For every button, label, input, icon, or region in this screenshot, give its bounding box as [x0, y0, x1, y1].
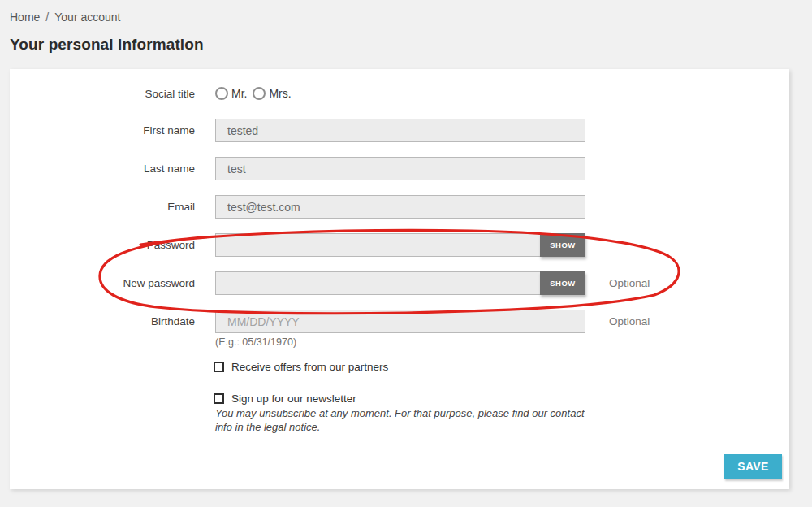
new-password-show-button[interactable]: SHOW	[540, 271, 585, 295]
personal-info-form: Social title Mr. Mrs. First name Last na…	[10, 87, 789, 479]
partner-offers-row[interactable]: Receive offers from our partners	[214, 361, 789, 373]
first-name-label: First name	[10, 124, 195, 136]
birthdate-label: Birthdate	[10, 315, 195, 327]
new-password-optional-label: Optional	[609, 277, 650, 289]
social-title-label: Social title	[10, 88, 195, 100]
partner-offers-label: Receive offers from our partners	[231, 361, 388, 373]
newsletter-label: Sign up for our newsletter	[231, 392, 356, 405]
last-name-label: Last name	[10, 162, 195, 175]
first-name-row: First name	[10, 119, 789, 142]
last-name-input[interactable]	[215, 157, 585, 180]
radio-mrs-label: Mrs.	[269, 87, 291, 100]
personal-info-card: Social title Mr. Mrs. First name Last na…	[10, 69, 789, 489]
account-page: Home/Your account Your personal informat…	[0, 0, 812, 489]
breadcrumb-current[interactable]: Your account	[54, 11, 120, 24]
save-row: SAVE	[10, 454, 789, 479]
password-row: Password SHOW	[10, 233, 789, 257]
new-password-row: New password SHOW Optional	[10, 271, 789, 295]
first-name-input[interactable]	[215, 119, 585, 142]
birthdate-optional-label: Optional	[609, 315, 650, 327]
radio-mr[interactable]	[215, 87, 228, 100]
password-label: Password	[10, 239, 195, 251]
radio-mrs[interactable]	[253, 87, 266, 100]
new-password-input[interactable]	[215, 271, 585, 295]
newsletter-checkbox[interactable]	[214, 393, 224, 404]
birthdate-input[interactable]	[215, 310, 585, 333]
email-row: Email	[10, 195, 789, 219]
last-name-row: Last name	[10, 157, 789, 180]
breadcrumb-home-link[interactable]: Home	[10, 11, 40, 24]
birthdate-row: Birthdate Optional	[10, 310, 789, 333]
page-title: Your personal information	[10, 36, 802, 54]
password-show-button[interactable]: SHOW	[540, 233, 585, 257]
email-label: Email	[10, 201, 195, 213]
email-input[interactable]	[215, 195, 585, 219]
newsletter-row[interactable]: Sign up for our newsletter	[214, 392, 789, 405]
new-password-label: New password	[10, 277, 195, 289]
social-title-row: Social title Mr. Mrs.	[10, 87, 789, 100]
newsletter-note: You may unsubscribe at any moment. For t…	[215, 407, 600, 435]
breadcrumb-separator: /	[45, 11, 49, 24]
save-button[interactable]: SAVE	[724, 454, 782, 479]
radio-mr-label: Mr.	[231, 87, 247, 100]
password-input[interactable]	[215, 233, 585, 257]
social-title-options: Mr. Mrs.	[215, 87, 292, 100]
breadcrumb: Home/Your account	[10, 11, 802, 24]
birthdate-hint: (E.g.: 05/31/1970)	[215, 336, 789, 348]
partner-offers-checkbox[interactable]	[214, 362, 224, 372]
